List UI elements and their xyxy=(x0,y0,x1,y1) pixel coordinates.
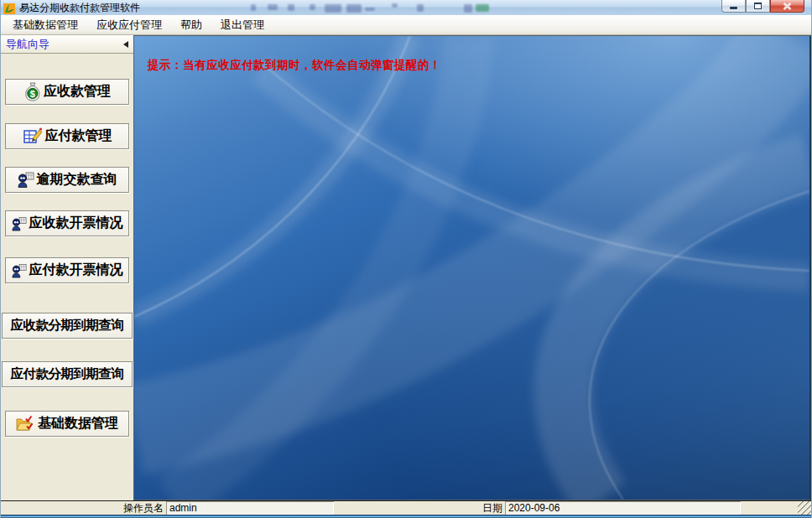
nav-button-receivables[interactable]: $ 应收款管理 xyxy=(5,79,129,105)
titlebar-ghost-artifacts xyxy=(244,3,580,13)
reminder-hint: 提示：当有应收应付款到期时，软件会自动弹窗提醒的！ xyxy=(148,58,441,73)
date-value-field: 2020-09-06 xyxy=(505,501,741,515)
minimize-button[interactable] xyxy=(721,0,746,13)
computer-query-icon xyxy=(12,263,27,278)
nav-button-receivable-invoices[interactable]: 应收款开票情况 xyxy=(5,210,129,236)
computer-query-icon xyxy=(12,216,27,231)
date-label: 日期 xyxy=(476,501,505,515)
nav-button-payable-invoices[interactable]: 应付款开票情况 xyxy=(5,257,129,283)
statusbar-end-spacer xyxy=(741,501,798,515)
menubar: 基础数据管理 应收应付管理 帮助 退出管理 xyxy=(1,15,811,35)
titlebar: 易达分期收款付款管理软件 xyxy=(1,0,811,15)
app-window: 易达分期收款付款管理软件 基础数据管理 xyxy=(0,0,812,518)
moneybag-icon: $ xyxy=(23,82,41,101)
resize-grip[interactable] xyxy=(798,501,811,515)
close-icon xyxy=(783,3,792,10)
window-controls xyxy=(721,0,804,13)
maximize-icon xyxy=(754,3,762,9)
menu-item-base-data[interactable]: 基础数据管理 xyxy=(6,16,85,34)
close-button[interactable] xyxy=(770,0,804,13)
operator-label: 操作员名 xyxy=(1,501,166,515)
operator-value-field: admin xyxy=(166,501,334,515)
statusbar-spacer xyxy=(334,501,476,515)
sidebar-nav: $ 应收款管理 应付款管理 xyxy=(1,54,133,500)
menu-item-ar-ap[interactable]: 应收应付管理 xyxy=(90,16,169,34)
nav-button-payables[interactable]: 应付款管理 xyxy=(5,123,129,149)
app-logo-icon xyxy=(3,3,15,13)
content-area: 导航向导 $ 应收款管理 xyxy=(1,35,811,500)
minimize-icon xyxy=(730,7,737,9)
nav-button-base-data[interactable]: 基础数据管理 xyxy=(5,411,129,437)
menu-item-help[interactable]: 帮助 xyxy=(174,16,209,34)
sidebar-title: 导航向导 xyxy=(6,37,123,52)
nav-button-payable-installments[interactable]: 应付款分期到期查询 xyxy=(2,361,133,387)
main-area: 提示：当有应收应付款到期时，软件会自动弹窗提醒的！ xyxy=(133,35,811,500)
ledger-pencil-icon xyxy=(23,127,43,146)
svg-text:$: $ xyxy=(30,89,35,99)
maximize-button[interactable] xyxy=(746,0,770,13)
wallpaper xyxy=(134,36,809,500)
computer-query-icon xyxy=(18,172,34,188)
folder-check-icon xyxy=(16,415,35,433)
window-title: 易达分期收款付款管理软件 xyxy=(19,1,140,15)
sidebar-header: 导航向导 xyxy=(1,35,133,54)
nav-button-overdue-query[interactable]: 逾期交款查询 xyxy=(5,167,129,193)
window-bottom-border xyxy=(1,515,811,518)
nav-button-receivable-installments[interactable]: 应收款分期到期查询 xyxy=(2,313,133,339)
menu-item-exit[interactable]: 退出管理 xyxy=(214,16,271,34)
sidebar: 导航向导 $ 应收款管理 xyxy=(1,35,133,500)
collapse-left-icon[interactable] xyxy=(123,41,128,48)
statusbar: 操作员名 admin 日期 2020-09-06 xyxy=(1,500,811,515)
